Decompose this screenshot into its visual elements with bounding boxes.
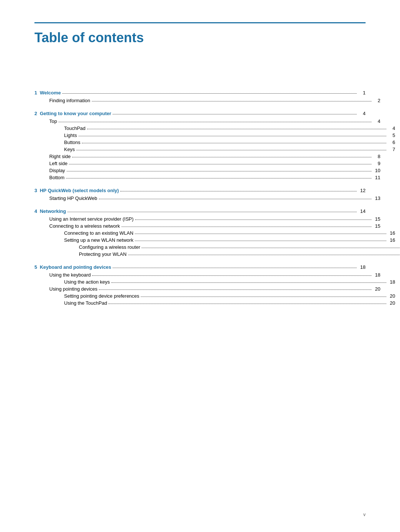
toc-entry: 4 Networking14 xyxy=(34,208,366,214)
toc-entry: Setting pointing device preferences20 xyxy=(64,293,395,299)
toc-entry: Configuring a wireless router17 xyxy=(79,244,400,250)
toc-entry: Keys7 xyxy=(64,147,395,152)
toc-entry: Connecting to a wireless network15 xyxy=(49,223,380,229)
toc-entry: Lights5 xyxy=(64,133,395,138)
toc-entry: Display10 xyxy=(49,168,380,173)
toc-entry: Using pointing devices20 xyxy=(49,286,380,292)
toc-entry: Top4 xyxy=(49,118,380,124)
toc-entry: Bottom11 xyxy=(49,175,380,180)
toc-chapter-group: 5 Keyboard and pointing devices18Using t… xyxy=(34,264,366,306)
top-border xyxy=(34,22,366,23)
toc-entry: Right side8 xyxy=(49,154,380,159)
toc-entry: Finding information2 xyxy=(49,98,380,103)
toc-chapter-group: 1 Welcome1Finding information2 xyxy=(34,90,366,103)
toc-chapter-group: 2 Getting to know your computer4Top4Touc… xyxy=(34,111,366,180)
toc-entry: Setting up a new WLAN network16 xyxy=(64,237,395,243)
toc-entry: TouchPad4 xyxy=(64,126,395,131)
toc-chapter-group: 3 HP QuickWeb (select models only)12Star… xyxy=(34,188,366,201)
toc-entry: Protecting your WLAN17 xyxy=(79,251,400,257)
toc-entry: 2 Getting to know your computer4 xyxy=(34,111,366,116)
toc-container: 1 Welcome1Finding information22 Getting … xyxy=(34,90,366,306)
toc-entry: 1 Welcome1 xyxy=(34,90,366,96)
toc-entry: 5 Keyboard and pointing devices18 xyxy=(34,264,366,270)
toc-entry: Buttons6 xyxy=(64,140,395,145)
toc-entry: 3 HP QuickWeb (select models only)12 xyxy=(34,188,366,193)
toc-entry: Using the action keys18 xyxy=(64,279,395,285)
toc-entry: Using the keyboard18 xyxy=(49,272,380,278)
toc-entry: Using an Internet service provider (ISP)… xyxy=(49,216,380,222)
toc-entry: Connecting to an existing WLAN16 xyxy=(64,230,395,236)
toc-entry: Starting HP QuickWeb13 xyxy=(49,195,380,201)
toc-entry: Left side9 xyxy=(49,161,380,166)
toc-chapter-group: 4 Networking14Using an Internet service … xyxy=(34,208,366,257)
page-footer: v xyxy=(363,512,366,517)
toc-entry: Using the TouchPad20 xyxy=(64,300,395,306)
page-title: Table of contents xyxy=(34,30,366,46)
